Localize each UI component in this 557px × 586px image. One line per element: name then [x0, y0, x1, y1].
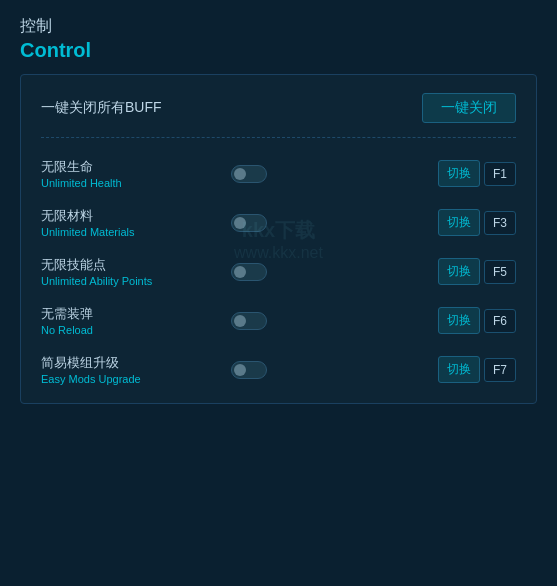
- mod-toggle-area-easy-mods-upgrade: [221, 361, 438, 379]
- toggle-unlimited-materials[interactable]: [231, 214, 267, 232]
- mod-label-en-no-reload: No Reload: [41, 324, 221, 336]
- hotkey-key-unlimited-health: F1: [484, 162, 516, 186]
- toggle-thumb-easy-mods-upgrade: [234, 364, 246, 376]
- mod-label-zh-easy-mods-upgrade: 简易模组升级: [41, 354, 221, 372]
- mod-row-unlimited-materials: 无限材料 Unlimited Materials 切换 F3: [41, 207, 516, 238]
- toggle-thumb-no-reload: [234, 315, 246, 327]
- disable-all-label: 一键关闭所有BUFF: [41, 99, 162, 117]
- hotkey-switch-btn-unlimited-health[interactable]: 切换: [438, 160, 480, 187]
- mod-label-easy-mods-upgrade: 简易模组升级 Easy Mods Upgrade: [41, 354, 221, 385]
- mod-label-unlimited-ability-points: 无限技能点 Unlimited Ability Points: [41, 256, 221, 287]
- mod-label-zh-unlimited-health: 无限生命: [41, 158, 221, 176]
- mod-label-zh-no-reload: 无需装弹: [41, 305, 221, 323]
- disable-all-row: 一键关闭所有BUFF 一键关闭: [41, 93, 516, 138]
- toggle-unlimited-health[interactable]: [231, 165, 267, 183]
- mod-label-zh-unlimited-materials: 无限材料: [41, 207, 221, 225]
- mod-label-en-unlimited-health: Unlimited Health: [41, 177, 221, 189]
- hotkey-switch-btn-unlimited-materials[interactable]: 切换: [438, 209, 480, 236]
- hotkey-area-no-reload: 切换 F6: [438, 307, 516, 334]
- mod-row-no-reload: 无需装弹 No Reload 切换 F6: [41, 305, 516, 336]
- mod-label-unlimited-health: 无限生命 Unlimited Health: [41, 158, 221, 189]
- mod-label-en-unlimited-materials: Unlimited Materials: [41, 226, 221, 238]
- hotkey-area-unlimited-ability-points: 切换 F5: [438, 258, 516, 285]
- hotkey-switch-btn-unlimited-ability-points[interactable]: 切换: [438, 258, 480, 285]
- hotkey-key-easy-mods-upgrade: F7: [484, 358, 516, 382]
- toggle-no-reload[interactable]: [231, 312, 267, 330]
- toggle-thumb-unlimited-ability-points: [234, 266, 246, 278]
- page-title-zh: 控制: [20, 16, 537, 37]
- hotkey-area-unlimited-materials: 切换 F3: [438, 209, 516, 236]
- hotkey-area-easy-mods-upgrade: 切换 F7: [438, 356, 516, 383]
- toggle-thumb-unlimited-health: [234, 168, 246, 180]
- hotkey-switch-btn-no-reload[interactable]: 切换: [438, 307, 480, 334]
- mod-row-easy-mods-upgrade: 简易模组升级 Easy Mods Upgrade 切换 F7: [41, 354, 516, 385]
- hotkey-key-unlimited-materials: F3: [484, 211, 516, 235]
- mod-toggle-area-no-reload: [221, 312, 438, 330]
- page-title-en: Control: [20, 39, 537, 62]
- hotkey-key-no-reload: F6: [484, 309, 516, 333]
- mod-toggle-area-unlimited-materials: [221, 214, 438, 232]
- mod-row-unlimited-ability-points: 无限技能点 Unlimited Ability Points 切换 F5: [41, 256, 516, 287]
- mod-label-unlimited-materials: 无限材料 Unlimited Materials: [41, 207, 221, 238]
- hotkey-key-unlimited-ability-points: F5: [484, 260, 516, 284]
- mod-label-no-reload: 无需装弹 No Reload: [41, 305, 221, 336]
- mod-toggle-area-unlimited-ability-points: [221, 263, 438, 281]
- mod-row-unlimited-health: 无限生命 Unlimited Health 切换 F1: [41, 158, 516, 189]
- mod-label-en-easy-mods-upgrade: Easy Mods Upgrade: [41, 373, 221, 385]
- toggle-thumb-unlimited-materials: [234, 217, 246, 229]
- mod-toggle-area-unlimited-health: [221, 165, 438, 183]
- hotkey-switch-btn-easy-mods-upgrade[interactable]: 切换: [438, 356, 480, 383]
- control-panel: kkx下载 www.kkx.net 一键关闭所有BUFF 一键关闭 无限生命 U…: [20, 74, 537, 404]
- mod-label-en-unlimited-ability-points: Unlimited Ability Points: [41, 275, 221, 287]
- mods-list: 无限生命 Unlimited Health 切换 F1 无限材料 Unlimit…: [41, 158, 516, 385]
- mod-label-zh-unlimited-ability-points: 无限技能点: [41, 256, 221, 274]
- disable-all-button[interactable]: 一键关闭: [422, 93, 516, 123]
- toggle-easy-mods-upgrade[interactable]: [231, 361, 267, 379]
- toggle-unlimited-ability-points[interactable]: [231, 263, 267, 281]
- hotkey-area-unlimited-health: 切换 F1: [438, 160, 516, 187]
